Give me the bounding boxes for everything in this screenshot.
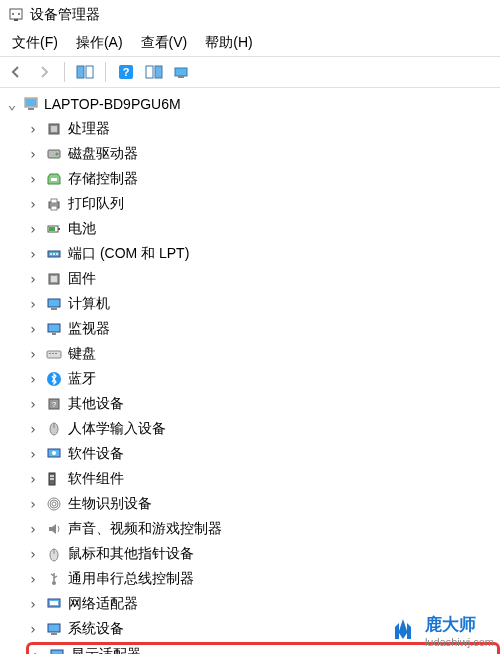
titlebar: 设备管理器 [0,0,500,30]
svg-rect-3 [14,19,18,21]
expand-icon[interactable]: › [26,246,40,262]
tree-item[interactable]: ›鼠标和其他指针设备 [26,541,500,566]
svg-rect-48 [50,475,54,477]
expand-icon[interactable]: › [26,571,40,587]
tree-item-label: 存储控制器 [68,170,138,188]
tree-item-label: 磁盘驱动器 [68,145,138,163]
svg-point-18 [56,152,59,155]
keyboard-icon [44,345,64,363]
tree-item[interactable]: ›?其他设备 [26,391,500,416]
expand-icon[interactable]: › [26,396,40,412]
expand-icon[interactable]: › [26,321,40,337]
svg-text:?: ? [52,400,57,409]
tree-item-label: 软件组件 [68,470,124,488]
system-icon [44,620,64,638]
app-icon [8,7,24,23]
expand-icon[interactable]: › [26,121,40,137]
menu-help[interactable]: 帮助(H) [197,31,260,55]
svg-point-28 [53,253,55,255]
svg-rect-35 [52,333,56,335]
expand-icon[interactable]: › [26,371,40,387]
expand-icon[interactable]: › [26,446,40,462]
component-icon [44,470,64,488]
tree-item[interactable]: ›键盘 [26,341,500,366]
tree-item-label: 其他设备 [68,395,124,413]
expand-icon[interactable]: › [26,521,40,537]
svg-rect-37 [49,353,51,354]
svg-rect-0 [10,9,22,19]
tree-item-label: 显示适配器 [71,646,141,655]
svg-rect-14 [28,108,34,110]
back-button[interactable] [4,60,28,84]
tree-item[interactable]: ›固件 [26,266,500,291]
storage-icon [44,170,64,188]
tree-item[interactable]: ›监视器 [26,316,500,341]
expand-icon[interactable]: › [26,496,40,512]
expand-icon[interactable]: › [26,346,40,362]
help-button[interactable]: ? [114,60,138,84]
expand-icon[interactable]: › [26,196,40,212]
tree-item[interactable]: ›声音、视频和游戏控制器 [26,516,500,541]
expand-icon[interactable]: › [26,546,40,562]
svg-point-46 [52,451,56,455]
tree-item[interactable]: ›处理器 [26,116,500,141]
svg-rect-32 [48,299,60,307]
tree-item-label: 固件 [68,270,96,288]
properties-button[interactable] [142,60,166,84]
menu-file[interactable]: 文件(F) [4,31,66,55]
software-icon [44,445,64,463]
expand-icon[interactable]: › [26,296,40,312]
expand-icon[interactable]: › [26,596,40,612]
expand-icon[interactable]: › [26,221,40,237]
tree-item[interactable]: ›存储控制器 [26,166,500,191]
collapse-icon[interactable]: ⌄ [6,96,18,112]
bluetooth-icon [44,370,64,388]
scan-button[interactable] [170,60,194,84]
watermark-brand: 鹿大师 [425,613,494,636]
window-title: 设备管理器 [30,6,100,24]
expand-icon[interactable]: › [26,171,40,187]
expand-icon[interactable]: › [26,271,40,287]
mouse-icon [44,545,64,563]
expand-icon[interactable]: › [26,421,40,437]
tree-item-label: 网络适配器 [68,595,138,613]
expand-icon[interactable]: › [26,471,40,487]
svg-rect-61 [51,650,63,655]
tree-item-label: 处理器 [68,120,110,138]
tree-item[interactable]: ›人体学输入设备 [26,416,500,441]
expand-icon[interactable]: › [26,621,40,637]
computer-icon [22,96,40,112]
tree-item[interactable]: ›端口 (COM 和 LPT) [26,241,500,266]
tree-item[interactable]: ›软件组件 [26,466,500,491]
tree-item-label: 端口 (COM 和 LPT) [68,245,189,263]
tree-item[interactable]: ›磁盘驱动器 [26,141,500,166]
tree-item-label: 声音、视频和游戏控制器 [68,520,222,538]
forward-button[interactable] [32,60,56,84]
svg-rect-36 [47,351,61,358]
tree-item[interactable]: ›通用串行总线控制器 [26,566,500,591]
tree-item[interactable]: ›电池 [26,216,500,241]
tree-item[interactable]: ›打印队列 [26,191,500,216]
tree-item[interactable]: ›计算机 [26,291,500,316]
show-hide-button[interactable] [73,60,97,84]
cpu-icon [44,120,64,138]
tree-item[interactable]: ›软件设备 [26,441,500,466]
expand-icon[interactable]: › [29,647,43,655]
biometric-icon [44,495,64,513]
display-icon [47,646,67,655]
tree-root[interactable]: ⌄ LAPTOP-BD9PGU6M [6,92,500,116]
port-icon [44,245,64,263]
tree-item[interactable]: ›蓝牙 [26,366,500,391]
sound-icon [44,520,64,538]
svg-point-1 [12,13,14,15]
tree-item[interactable]: ›生物识别设备 [26,491,500,516]
tree-item-label: 键盘 [68,345,96,363]
expand-icon[interactable]: › [26,146,40,162]
other-icon: ? [44,395,64,413]
svg-rect-24 [58,228,60,230]
svg-rect-33 [51,308,57,310]
menu-action[interactable]: 操作(A) [68,31,131,55]
tree-item-label: 打印队列 [68,195,124,213]
svg-point-2 [18,13,20,15]
menu-view[interactable]: 查看(V) [133,31,196,55]
